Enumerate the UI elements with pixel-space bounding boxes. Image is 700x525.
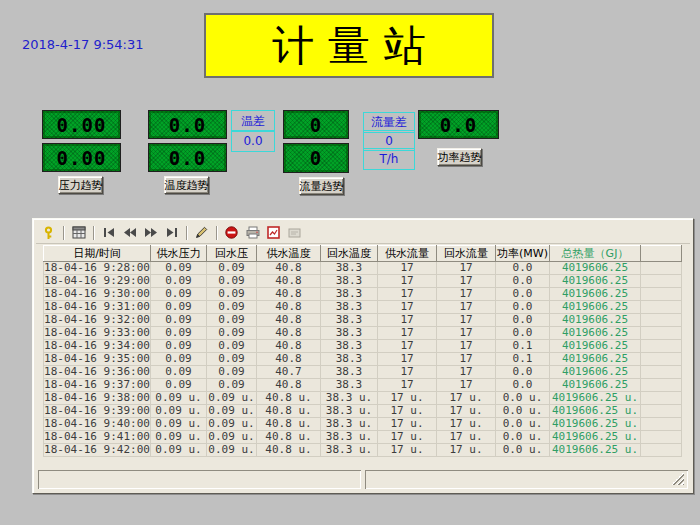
report-table-body: 18-04-16 9:28:000.090.0940.838.317170.04… [44, 262, 682, 457]
table-cell: 18-04-16 9:32:00 [44, 314, 151, 327]
table-cell: 18-04-16 9:31:00 [44, 301, 151, 314]
table-cell: 40.7 [257, 366, 321, 379]
table-cell: 38.3 u. [321, 392, 378, 405]
table-cell: 38.3 [321, 327, 378, 340]
table-row[interactable]: 18-04-16 9:38:000.09 u.0.09 u.40.8 u.38.… [44, 392, 682, 405]
flow-trend-button[interactable]: 流量趋势 [299, 177, 344, 195]
table-cell: 4019606.25 [550, 288, 641, 301]
power-trend-button[interactable]: 功率趋势 [437, 148, 482, 166]
export-icon[interactable] [286, 225, 303, 241]
table-cell: 17 [378, 340, 437, 353]
table-row[interactable]: 18-04-16 9:40:000.09 u.0.09 u.40.8 u.38.… [44, 418, 682, 431]
table-cell: 0.09 u. [207, 431, 257, 444]
table-row[interactable]: 18-04-16 9:35:000.090.0940.838.317170.14… [44, 353, 682, 366]
table-row[interactable]: 18-04-16 9:37:000.090.0940.838.317170.04… [44, 379, 682, 392]
table-cell: 18-04-16 9:39:00 [44, 405, 151, 418]
table-row[interactable]: 18-04-16 9:32:000.090.0940.838.317170.04… [44, 314, 682, 327]
return-flow-display: 0 [283, 143, 349, 173]
table-cell: 4019606.25 [550, 379, 641, 392]
column-header: 回水压 [207, 246, 257, 262]
supply-flow-display: 0 [283, 110, 349, 139]
table-cell: 40.8 u. [257, 392, 321, 405]
previous-page-icon[interactable] [121, 225, 138, 241]
key-icon[interactable] [40, 225, 57, 241]
table-cell: 17 [437, 340, 496, 353]
table-cell: 40.8 [257, 314, 321, 327]
table-cell: 17 u. [378, 405, 437, 418]
edit-pencil-icon[interactable] [193, 225, 210, 241]
table-cell-filler [641, 275, 682, 288]
table-cell: 38.3 [321, 288, 378, 301]
table-row[interactable]: 18-04-16 9:30:000.090.0940.838.317170.04… [44, 288, 682, 301]
table-cell: 17 [378, 288, 437, 301]
table-cell: 0.09 [151, 353, 207, 366]
table-header-row: 日期/时间供水压力回水压供水温度回水温度供水流量回水流量功率(MW)总热量（GJ… [44, 246, 682, 262]
table-row[interactable]: 18-04-16 9:28:000.090.0940.838.317170.04… [44, 262, 682, 275]
table-cell: 40.8 [257, 353, 321, 366]
table-cell-filler [641, 444, 682, 457]
table-cell: 17 [437, 379, 496, 392]
return-pressure-display: 0.00 [42, 143, 121, 172]
resize-grip[interactable] [671, 472, 684, 485]
table-cell: 0.09 u. [151, 431, 207, 444]
table-cell: 18-04-16 9:35:00 [44, 353, 151, 366]
table-cell: 4019606.25 [550, 366, 641, 379]
table-cell: 0.09 u. [207, 418, 257, 431]
column-header: 功率(MW) [496, 246, 550, 262]
temperature-trend-button[interactable]: 温度趋势 [164, 176, 209, 194]
table-cell: 38.3 [321, 340, 378, 353]
table-cell: 0.09 [151, 275, 207, 288]
column-header: 供水流量 [378, 246, 437, 262]
table-row[interactable]: 18-04-16 9:42:000.09 u.0.09 u.40.8 u.38.… [44, 444, 682, 457]
table-cell: 18-04-16 9:42:00 [44, 444, 151, 457]
table-cell: 0.09 u. [151, 418, 207, 431]
table-cell: 18-04-16 9:37:00 [44, 379, 151, 392]
history-report-window: 日期/时间供水压力回水压供水温度回水温度供水流量回水流量功率(MW)总热量（GJ… [32, 218, 694, 494]
print-icon[interactable] [244, 225, 261, 241]
table-row[interactable]: 18-04-16 9:29:000.090.0940.838.317170.04… [44, 275, 682, 288]
table-cell: 0.09 [207, 301, 257, 314]
table-row[interactable]: 18-04-16 9:31:000.090.0940.838.317170.04… [44, 301, 682, 314]
table-row[interactable]: 18-04-16 9:33:000.090.0940.838.317170.04… [44, 327, 682, 340]
column-header: 回水流量 [437, 246, 496, 262]
first-record-icon[interactable] [100, 225, 117, 241]
table-cell: 0.09 [207, 262, 257, 275]
table-cell: 38.3 u. [321, 444, 378, 457]
table-cell: 17 [378, 353, 437, 366]
table-cell: 17 [378, 366, 437, 379]
table-cell: 17 [378, 379, 437, 392]
table-cell: 40.8 u. [257, 444, 321, 457]
status-panel-right [365, 470, 688, 489]
toolbar-separator [216, 226, 217, 240]
table-cell: 0.1 [496, 340, 550, 353]
flow-diff-unit: T/h [363, 148, 415, 170]
table-cell: 4019606.25 [550, 327, 641, 340]
last-record-icon[interactable] [163, 225, 180, 241]
table-cell: 0.0 [496, 379, 550, 392]
table-cell: 0.09 [207, 327, 257, 340]
table-cell: 0.09 [207, 275, 257, 288]
table-row[interactable]: 18-04-16 9:36:000.090.0940.738.317170.04… [44, 366, 682, 379]
table-cell: 38.3 [321, 353, 378, 366]
save-report-icon[interactable] [265, 225, 282, 241]
table-cell: 17 [437, 288, 496, 301]
table-row[interactable]: 18-04-16 9:34:000.090.0940.838.317170.14… [44, 340, 682, 353]
table-cell: 17 [437, 275, 496, 288]
table-cell: 17 [437, 327, 496, 340]
status-panel-left [38, 470, 361, 489]
table-cell: 0.09 u. [207, 444, 257, 457]
stop-icon[interactable] [223, 225, 240, 241]
table-cell: 0.09 u. [151, 392, 207, 405]
table-icon[interactable] [70, 225, 87, 241]
pressure-trend-button[interactable]: 压力趋势 [58, 176, 103, 194]
next-page-icon[interactable] [142, 225, 159, 241]
table-cell: 40.8 [257, 301, 321, 314]
table-cell-filler [641, 405, 682, 418]
table-cell: 40.8 [257, 340, 321, 353]
table-row[interactable]: 18-04-16 9:41:000.09 u.0.09 u.40.8 u.38.… [44, 431, 682, 444]
table-cell: 4019606.25 u. [550, 405, 641, 418]
table-row[interactable]: 18-04-16 9:39:000.09 u.0.09 u.40.8 u.38.… [44, 405, 682, 418]
table-cell: 17 u. [437, 405, 496, 418]
table-cell-filler [641, 262, 682, 275]
column-header: 供水温度 [257, 246, 321, 262]
